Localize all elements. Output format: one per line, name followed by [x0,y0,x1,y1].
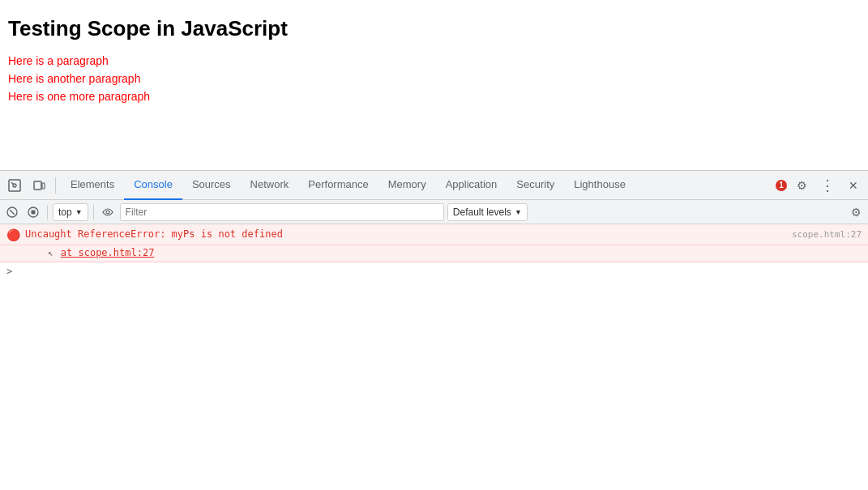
console-error-message: Uncaught ReferenceError: myPs is not def… [25,228,792,241]
console-output: 🔴 Uncaught ReferenceError: myPs is not d… [0,224,868,490]
paragraph-2: Here is another paragraph [8,72,860,85]
tab-performance[interactable]: Performance [298,171,378,200]
tab-application[interactable]: Application [436,171,507,200]
devtools-toolbar-right: 1 ⚙ ⋮ ✕ [776,174,865,197]
console-error-row: 🔴 Uncaught ReferenceError: myPs is not d… [0,224,868,245]
page-title: Testing Scope in JavaScript [8,16,860,41]
devtools-panel: Elements Console Sources Network Perform… [0,170,868,490]
paragraph-1: Here is a paragraph [8,54,860,67]
console-error-stack: ↖ at scope.html:27 [0,245,868,262]
svg-rect-3 [42,183,45,189]
console-prompt-symbol: > [6,266,12,277]
levels-chevron-icon: ▼ [515,208,522,216]
console-gear-icon: ⚙ [851,206,862,219]
svg-rect-2 [34,181,41,190]
stack-link[interactable]: at scope.html:27 [61,247,155,258]
more-button[interactable]: ⋮ [816,174,839,197]
top-context-dropdown[interactable]: top ▼ [53,203,88,221]
svg-point-8 [106,211,109,214]
console-toolbar: top ▼ Default levels ▼ ⚙ [0,200,868,224]
default-levels-dropdown[interactable]: Default levels ▼ [447,203,528,221]
tab-console[interactable]: Console [124,171,182,200]
console-settings-button[interactable]: ⚙ [847,203,865,221]
svg-line-5 [10,210,15,215]
more-icon: ⋮ [820,177,835,194]
page-content: Testing Scope in JavaScript Here is a pa… [0,0,868,170]
console-divider-1 [47,205,48,219]
chevron-down-icon: ▼ [75,208,83,216]
svg-rect-0 [9,180,20,191]
error-count-circle: 1 [776,180,787,191]
tab-lighthouse[interactable]: Lighthouse [564,171,635,200]
eye-icon-button[interactable] [99,203,117,221]
device-toggle-button[interactable] [28,174,50,197]
console-filter-input[interactable] [120,203,444,221]
settings-button[interactable]: ⚙ [790,174,813,197]
console-prompt-row: > [0,262,868,280]
console-divider-2 [93,205,94,219]
error-icon: 🔴 [6,228,20,241]
devtools-tabs: Elements Console Sources Network Perform… [61,171,774,200]
svg-point-1 [13,184,16,187]
error-badge: 1 [776,180,787,191]
close-icon: ✕ [849,179,858,192]
paragraph-3: Here is one more paragraph [8,90,860,103]
inspect-icon-button[interactable] [3,174,26,197]
tab-network[interactable]: Network [241,171,299,200]
devtools-toolbar: Elements Console Sources Network Perform… [0,171,868,200]
error-location[interactable]: scope.html:27 [792,229,862,240]
tab-memory[interactable]: Memory [378,171,436,200]
stack-cursor-icon: ↖ [48,248,53,258]
tab-sources[interactable]: Sources [182,171,241,200]
tab-security[interactable]: Security [507,171,564,200]
gear-icon: ⚙ [797,179,807,192]
console-clear-button[interactable] [3,203,21,221]
toolbar-divider-1 [55,177,56,194]
tab-elements[interactable]: Elements [61,171,124,200]
close-button[interactable]: ✕ [842,174,865,197]
console-stop-button[interactable] [24,203,42,221]
svg-rect-7 [32,210,36,214]
